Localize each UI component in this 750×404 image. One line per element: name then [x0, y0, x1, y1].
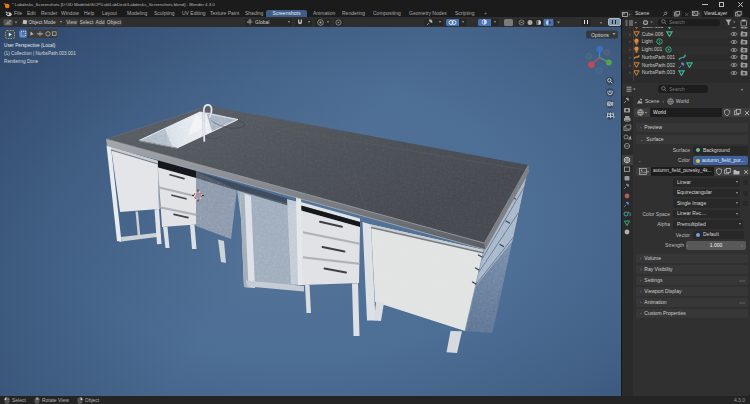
svg-text:Rendering Done: Rendering Done	[4, 59, 39, 64]
svg-text:User Perspective (Local): User Perspective (Local)	[4, 43, 56, 48]
svg-text:(1) Collection | NurbsPath.003: (1) Collection | NurbsPath.003.001	[4, 51, 76, 56]
svg-text:Options: Options	[591, 32, 609, 38]
